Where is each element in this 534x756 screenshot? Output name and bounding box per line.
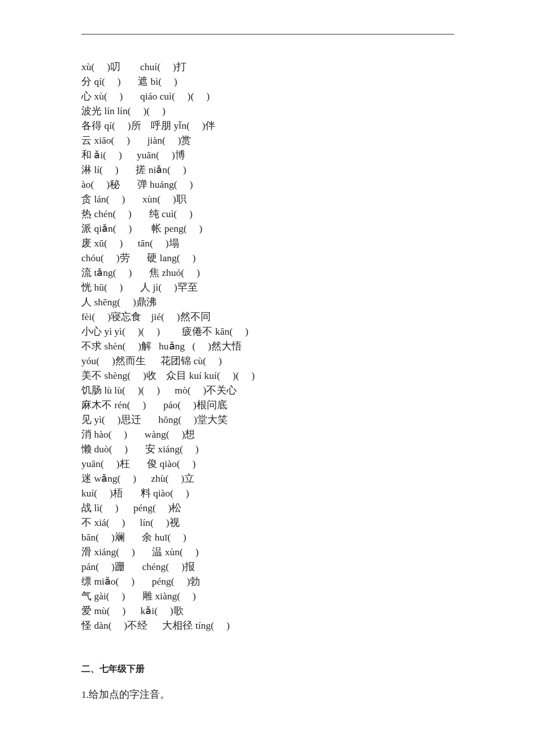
exercise-line: 迷 wǎng( ) zhù( )立 bbox=[81, 471, 454, 486]
exercise-line: 人 shēng( )鼎沸 bbox=[81, 295, 454, 309]
exercise-line: yuān( )枉 俊 qiào( ) bbox=[81, 456, 454, 471]
exercise-line: 小心 yì yì( )( ) 疲倦不 kān( ) bbox=[81, 324, 454, 339]
exercise-line: 淋 lí( ) 搓 niǎn( ) bbox=[81, 162, 454, 177]
exercise-line: 消 hào( ) wàng( )想 bbox=[81, 427, 454, 442]
exercise-line: 派 qiǎn( ) 帐 peng( ) bbox=[81, 221, 454, 236]
exercise-line: yóu( )然而生 花团锦 cù( ) bbox=[81, 353, 454, 368]
exercise-line: bān( )斓 余 huī( ) bbox=[81, 530, 454, 545]
exercise-line: fèi( )寝忘食 jié( )然不同 bbox=[81, 309, 454, 324]
exercise-line: 心 xù( ) qiáo cuì( )( ) bbox=[81, 89, 454, 103]
exercise-line: 各得 qí( )所 呼朋 yǐn( )伴 bbox=[81, 118, 454, 133]
exercise-line: chóu( )劳 硬 lang( ) bbox=[81, 250, 454, 265]
exercise-line: 贪 lán( ) xùn( )职 bbox=[81, 192, 454, 206]
exercise-line: 不求 shèn( )解 huǎng ( )然大悟 bbox=[81, 339, 454, 353]
exercise-line: 废 xū( ) tān( )塌 bbox=[81, 236, 454, 250]
exercise-line: 战 lì( ) péng( )松 bbox=[81, 500, 454, 515]
exercise-line: 流 tǎng( ) 焦 zhuó( ) bbox=[81, 265, 454, 280]
exercise-line: 热 chén( ) 纯 cuì( ) bbox=[81, 206, 454, 221]
page: xù( )叨 chuí( )打 分 qí( ) 遮 bì( ) 心 xù( ) … bbox=[0, 0, 534, 756]
exercise-line: xù( )叨 chuí( )打 bbox=[81, 59, 454, 74]
exercise-line: 波光 lín lín( )( ) bbox=[81, 103, 454, 118]
exercise-line: kuí( )梧 料 qiào( ) bbox=[81, 486, 454, 500]
header-rule bbox=[81, 34, 454, 34]
content-block: xù( )叨 chuí( )打 分 qí( ) 遮 bì( ) 心 xù( ) … bbox=[81, 59, 454, 702]
section-heading: 二、七年级下册 bbox=[81, 661, 454, 677]
exercise-line: 恍 hū( ) 人 jì( )罕至 bbox=[81, 280, 454, 295]
exercise-line: 麻木不 rén( ) páo( )根问底 bbox=[81, 398, 454, 412]
exercise-line: 懒 duò( ) 安 xiáng( ) bbox=[81, 442, 454, 456]
exercise-line: 和 ǎi( ) yuān( )博 bbox=[81, 148, 454, 162]
exercise-line: 滑 xiáng( ) 温 xùn( ) bbox=[81, 545, 454, 559]
exercise-line: 分 qí( ) 遮 bì( ) bbox=[81, 74, 454, 89]
exercise-line: 云 xiāo( ) jiàn( )赏 bbox=[81, 133, 454, 148]
exercise-line: 怪 dàn( )不经 大相径 tíng( ) bbox=[81, 618, 454, 633]
spacer bbox=[81, 633, 454, 655]
exercise-line: 饥肠 lù lù( )( ) mò( )不关心 bbox=[81, 383, 454, 398]
exercise-line: 美不 shèng( )收 众目 kuí kuí( )( ) bbox=[81, 368, 454, 383]
exercise-line: 气 gài( ) 雕 xiàng( ) bbox=[81, 589, 454, 603]
instruction-text: 1.给加点的字注音。 bbox=[81, 687, 454, 702]
exercise-line: 见 yì( )思迁 hōng( )堂大笑 bbox=[81, 412, 454, 427]
exercise-line: pán( )跚 chéng( )报 bbox=[81, 559, 454, 574]
exercise-line: 缥 miǎo( ) péng( )勃 bbox=[81, 574, 454, 589]
exercise-line: 不 xiá( ) lín( )视 bbox=[81, 515, 454, 530]
exercise-line: ào( )秘 弹 huáng( ) bbox=[81, 177, 454, 192]
exercise-line: 爱 mù( ) kǎi( )歌 bbox=[81, 603, 454, 618]
